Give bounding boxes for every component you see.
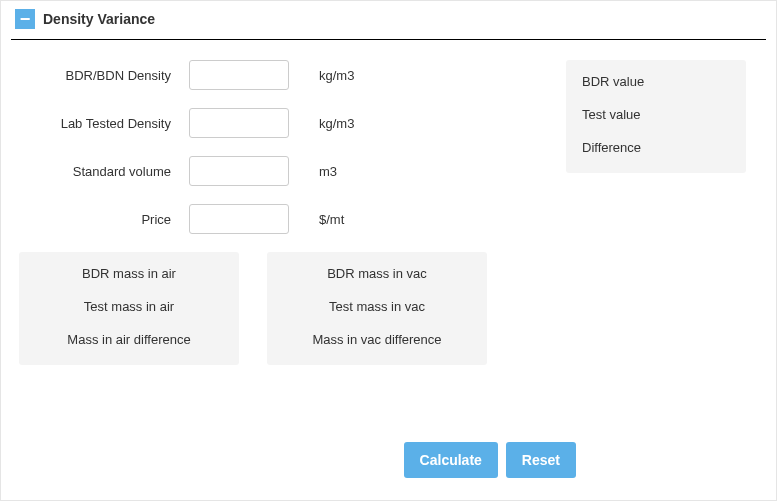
- calculate-button[interactable]: Calculate: [404, 442, 498, 478]
- unit-standard-volume: m3: [319, 164, 379, 179]
- vac-mass-diff: Mass in vac difference: [277, 332, 477, 347]
- density-variance-panel: − Density Variance BDR/BDN Density kg/m3…: [0, 0, 777, 501]
- input-lab-density[interactable]: [189, 108, 289, 138]
- row-price: Price $/mt: [19, 204, 579, 234]
- air-test-mass: Test mass in air: [29, 299, 229, 314]
- collapse-icon[interactable]: −: [15, 9, 35, 29]
- unit-lab-density: kg/m3: [319, 116, 379, 131]
- panel-content: BDR/BDN Density kg/m3 Lab Tested Density…: [1, 40, 776, 365]
- side-bdr-value: BDR value: [582, 74, 730, 89]
- side-difference: Difference: [582, 140, 730, 155]
- row-bdr-density: BDR/BDN Density kg/m3: [19, 60, 579, 90]
- air-mass-diff: Mass in air difference: [29, 332, 229, 347]
- label-standard-volume: Standard volume: [19, 164, 189, 179]
- panel-header: − Density Variance: [1, 1, 776, 39]
- row-lab-density: Lab Tested Density kg/m3: [19, 108, 579, 138]
- side-summary-box: BDR value Test value Difference: [566, 60, 746, 173]
- input-bdr-density[interactable]: [189, 60, 289, 90]
- col-mass-in-air: BDR mass in air Test mass in air Mass in…: [19, 252, 239, 365]
- reset-button[interactable]: Reset: [506, 442, 576, 478]
- vac-test-mass: Test mass in vac: [277, 299, 477, 314]
- label-price: Price: [19, 212, 189, 227]
- input-standard-volume[interactable]: [189, 156, 289, 186]
- label-lab-density: Lab Tested Density: [19, 116, 189, 131]
- side-test-value: Test value: [582, 107, 730, 122]
- form-area: BDR/BDN Density kg/m3 Lab Tested Density…: [19, 60, 579, 234]
- result-columns: BDR mass in air Test mass in air Mass in…: [19, 252, 758, 365]
- air-bdr-mass: BDR mass in air: [29, 266, 229, 281]
- vac-bdr-mass: BDR mass in vac: [277, 266, 477, 281]
- row-standard-volume: Standard volume m3: [19, 156, 579, 186]
- label-bdr-density: BDR/BDN Density: [19, 68, 189, 83]
- input-price[interactable]: [189, 204, 289, 234]
- button-row: Calculate Reset: [404, 442, 576, 478]
- col-mass-in-vac: BDR mass in vac Test mass in vac Mass in…: [267, 252, 487, 365]
- unit-price: $/mt: [319, 212, 379, 227]
- unit-bdr-density: kg/m3: [319, 68, 379, 83]
- panel-title: Density Variance: [43, 11, 155, 27]
